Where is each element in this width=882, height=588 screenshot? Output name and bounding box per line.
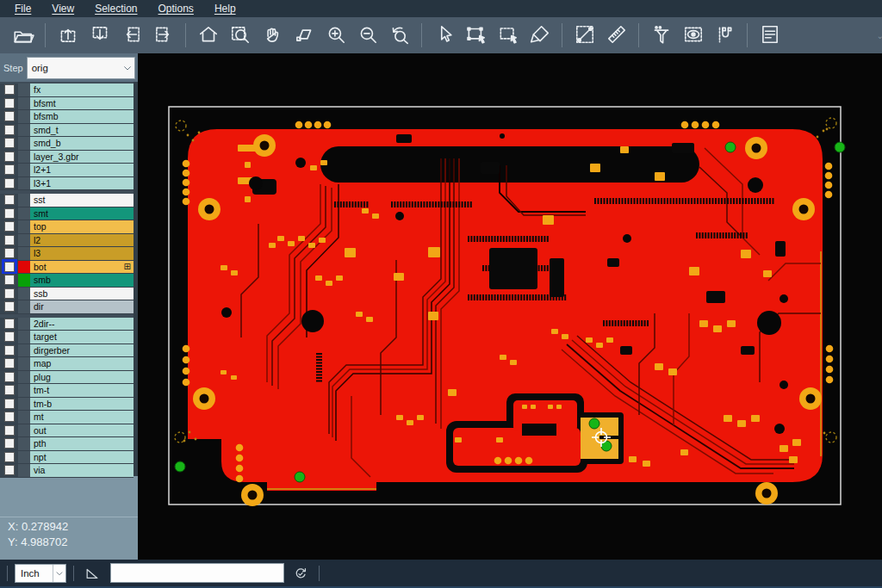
layer-checkbox[interactable]	[4, 301, 15, 312]
layer-color-swatch[interactable]	[18, 398, 30, 411]
layer-name-label[interactable]: bot⊞	[30, 261, 134, 274]
command-input[interactable]	[110, 563, 284, 583]
layer-checkbox[interactable]	[4, 262, 15, 272]
angle-icon[interactable]	[81, 562, 103, 585]
zoom-window-button[interactable]	[226, 21, 255, 50]
layer-color-swatch[interactable]	[18, 261, 30, 274]
layer-checkbox[interactable]	[4, 425, 15, 436]
pcb-canvas[interactable]	[138, 53, 882, 560]
layer-name-label[interactable]: smd_t	[30, 124, 134, 137]
layer-checkbox[interactable]	[4, 178, 15, 189]
brush-button[interactable]	[525, 21, 555, 50]
layer-checkbox[interactable]	[4, 125, 15, 135]
layer-color-swatch[interactable]	[18, 344, 30, 357]
layer-checkbox[interactable]	[4, 385, 15, 395]
measure-button[interactable]	[570, 21, 599, 50]
layer-name-label[interactable]: plug	[30, 371, 134, 384]
layer-color-swatch[interactable]	[18, 371, 30, 384]
layer-checkbox[interactable]	[4, 358, 15, 368]
menu-item-options[interactable]: Options	[149, 3, 203, 15]
layer-checkbox[interactable]	[4, 372, 15, 382]
layer-checkbox[interactable]	[4, 465, 15, 475]
layer-name-label[interactable]: dirgerber	[30, 344, 134, 357]
layer-name-label[interactable]: map	[30, 357, 134, 370]
layer-name-label[interactable]: sst	[30, 194, 134, 207]
pan-button[interactable]	[258, 21, 287, 50]
zoom-area-button[interactable]	[289, 21, 319, 50]
layer-name-label[interactable]: via	[30, 464, 134, 477]
layer-checkbox[interactable]	[4, 331, 15, 342]
layer-checkbox[interactable]	[4, 152, 15, 162]
layer-checkbox[interactable]	[4, 195, 15, 205]
sync-icon[interactable]	[289, 562, 312, 585]
layer-color-swatch[interactable]	[18, 384, 30, 397]
layer-color-swatch[interactable]	[18, 137, 30, 150]
layer-color-swatch[interactable]	[18, 411, 30, 424]
menu-item-view[interactable]: View	[42, 3, 84, 15]
layer-color-swatch[interactable]	[18, 194, 30, 207]
layer-name-label[interactable]: layer_3.gbr	[30, 151, 134, 164]
zoom-back-button[interactable]	[385, 21, 414, 50]
filter-button[interactable]	[647, 21, 676, 50]
layer-name-label[interactable]: tm-t	[30, 384, 134, 397]
layer-checkbox[interactable]	[4, 164, 15, 175]
panel-button[interactable]	[755, 21, 785, 50]
layer-name-label[interactable]: ssb	[30, 288, 134, 300]
select-region-button[interactable]	[494, 21, 523, 50]
layer-name-label[interactable]: fx	[30, 84, 134, 96]
nudge-left-button[interactable]	[117, 21, 146, 50]
layer-checkbox[interactable]	[4, 208, 15, 219]
zoom-in-button[interactable]	[321, 21, 351, 50]
layer-checkbox[interactable]	[4, 412, 15, 422]
layer-color-swatch[interactable]	[18, 451, 30, 464]
layer-color-swatch[interactable]	[18, 234, 30, 247]
layer-checkbox[interactable]	[4, 319, 15, 329]
nudge-right-button[interactable]	[149, 21, 178, 50]
select-rect-button[interactable]	[462, 21, 491, 50]
layer-color-swatch[interactable]	[18, 220, 30, 233]
menu-item-selection[interactable]: Selection	[85, 3, 146, 15]
layer-checkbox[interactable]	[4, 275, 15, 285]
layer-color-swatch[interactable]	[18, 124, 30, 137]
layer-name-label[interactable]: smt	[30, 207, 134, 220]
layer-name-label[interactable]: out	[30, 424, 134, 437]
view-eye-button[interactable]	[679, 21, 708, 50]
layer-color-swatch[interactable]	[18, 164, 30, 176]
layer-name-label[interactable]: top	[30, 220, 134, 233]
layer-name-label[interactable]: 2dir--	[30, 318, 134, 331]
layer-name-label[interactable]: smb	[30, 274, 134, 287]
layer-color-swatch[interactable]	[18, 357, 30, 370]
layer-checkbox[interactable]	[4, 84, 15, 95]
ruler-button[interactable]	[602, 21, 631, 50]
layer-name-label[interactable]: l3+1	[30, 177, 134, 190]
layer-color-swatch[interactable]	[18, 464, 30, 477]
unit-select[interactable]: Inch	[15, 564, 66, 583]
layer-checkbox[interactable]	[4, 438, 15, 449]
layer-checkbox[interactable]	[4, 345, 15, 356]
layer-checkbox[interactable]	[4, 221, 15, 232]
layer-color-swatch[interactable]	[18, 288, 30, 300]
open-button[interactable]	[9, 21, 38, 50]
snap-button[interactable]	[711, 21, 740, 50]
layer-checkbox[interactable]	[4, 138, 15, 148]
layer-color-swatch[interactable]	[18, 84, 30, 96]
layer-checkbox[interactable]	[4, 248, 15, 258]
zoom-out-button[interactable]	[353, 21, 382, 50]
layer-color-swatch[interactable]	[18, 110, 30, 123]
layer-color-swatch[interactable]	[18, 177, 30, 190]
menu-item-file[interactable]: File	[5, 3, 40, 15]
nudge-up-button[interactable]	[53, 21, 83, 50]
layer-checkbox[interactable]	[4, 111, 15, 121]
layer-color-swatch[interactable]	[18, 247, 30, 260]
layer-name-label[interactable]: bfsmt	[30, 97, 134, 110]
select-cursor-button[interactable]	[430, 21, 459, 50]
layer-name-label[interactable]: tm-b	[30, 398, 134, 411]
layer-checkbox[interactable]	[4, 98, 15, 108]
layer-name-label[interactable]: pth	[30, 437, 134, 450]
layer-checkbox[interactable]	[4, 288, 15, 299]
layer-color-swatch[interactable]	[18, 151, 30, 164]
layer-name-label[interactable]: l3	[30, 247, 134, 260]
home-button[interactable]	[194, 21, 223, 50]
layer-color-swatch[interactable]	[18, 207, 30, 220]
layer-color-swatch[interactable]	[18, 437, 30, 450]
